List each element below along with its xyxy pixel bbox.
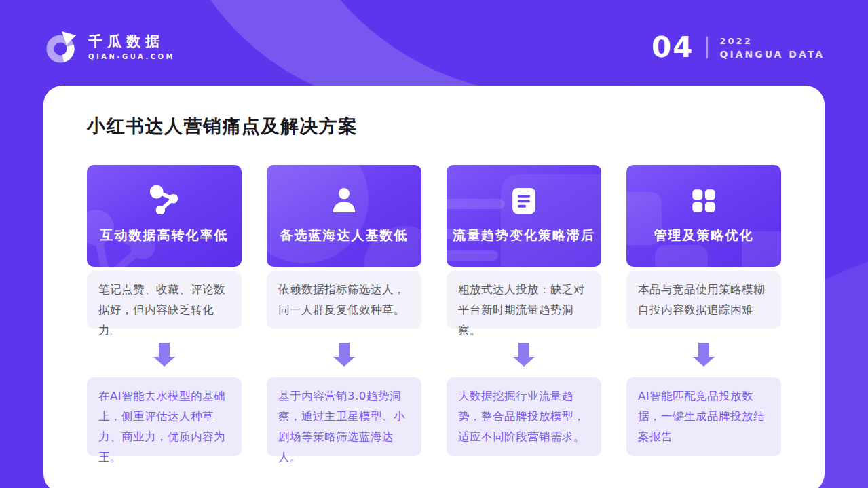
solution-text: AI智能匹配竞品投放数据，一键生成品牌投放结案报告 (638, 386, 770, 447)
column-traffic-trend: 流量趋势变化策略滞后 粗放式达人投放：缺乏对平台新时期流量趋势洞察。 大数据挖掘… (447, 165, 601, 456)
pain-card: 互动数据高转化率低 (87, 165, 242, 267)
pain-description-box: 笔记点赞、收藏、评论数据好，但内容缺乏转化力。 (87, 271, 242, 329)
share-nodes-icon (146, 182, 183, 219)
slide-header: 千瓜数据 QIAN-GUA.COM 04 2022 QIANGUA DATA (43, 26, 825, 69)
solution-box: 在AI智能去水模型的基础上，侧重评估达人种草力、商业力，优质内容为王。 (87, 377, 242, 456)
qiangua-logo-icon (43, 30, 79, 65)
solution-text: 基于内容营销3.0趋势洞察，通过主卫星模型、小剧场等策略筛选蓝海达人。 (278, 386, 410, 468)
pain-description-box: 依赖数据指标筛选达人，同一人群反复低效种草。 (267, 271, 421, 329)
pain-card-title: 管理及策略优化 (654, 227, 754, 244)
pain-description: 本品与竞品使用策略模糊自投内容数据追踪困难 (638, 280, 770, 320)
column-strategy-optimization: 管理及策略优化 本品与竞品使用策略模糊自投内容数据追踪困难 AI智能匹配竞品投放… (626, 165, 781, 456)
header-brand-label: QIANGUA DATA (720, 49, 825, 60)
pain-solution-columns: 互动数据高转化率低 笔记点赞、收藏、评论数据好，但内容缺乏转化力。 在AI智能去… (87, 165, 781, 456)
square-watermark (655, 245, 708, 267)
grid-squares-icon (685, 182, 722, 219)
down-arrow-icon (333, 343, 355, 367)
pain-description: 笔记点赞、收藏、评论数据好，但内容缺乏转化力。 (98, 280, 230, 341)
content-sheet: 小红书达人营销痛点及解决方案 互动数据高转化率低 (43, 86, 825, 488)
solution-text: 在AI智能去水模型的基础上，侧重评估达人种草力、商业力，优质内容为王。 (98, 386, 230, 468)
page-title: 小红书达人营销痛点及解决方案 (87, 114, 358, 138)
column-blue-ocean-talent: 备选蓝海达人基数低 依赖数据指标筛选达人，同一人群反复低效种草。 基于内容营销3… (267, 165, 421, 456)
bar-watermark (447, 250, 498, 261)
header-year: 2022 (720, 36, 825, 46)
brand-text-group: 千瓜数据 QIAN-GUA.COM (88, 35, 175, 60)
page-number: 04 (652, 33, 694, 62)
header-divider (706, 37, 708, 58)
bar-watermark (447, 199, 505, 209)
solution-box: 大数据挖掘行业流量趋势，整合品牌投放模型，适应不同阶段营销需求。 (447, 377, 601, 456)
down-arrow-icon (153, 343, 175, 367)
pain-card: 流量趋势变化策略滞后 (447, 165, 601, 267)
pain-card: 管理及策略优化 (626, 165, 781, 267)
pain-card-title: 互动数据高转化率低 (100, 227, 229, 244)
brand-logo-group: 千瓜数据 QIAN-GUA.COM (43, 30, 175, 65)
user-icon (326, 182, 362, 219)
document-list-icon (506, 182, 542, 219)
brand-name-cn: 千瓜数据 (88, 35, 175, 49)
header-meta: 2022 QIANGUA DATA (720, 36, 825, 60)
pain-description: 粗放式达人投放：缺乏对平台新时期流量趋势洞察。 (458, 280, 590, 341)
pain-description: 依赖数据指标筛选达人，同一人群反复低效种草。 (278, 280, 410, 320)
pain-card-title: 备选蓝海达人基数低 (280, 227, 409, 244)
solution-text: 大数据挖掘行业流量趋势，整合品牌投放模型，适应不同阶段营销需求。 (458, 386, 590, 447)
column-interaction-data: 互动数据高转化率低 笔记点赞、收藏、评论数据好，但内容缺乏转化力。 在AI智能去… (87, 165, 242, 456)
down-arrow-icon (513, 343, 535, 367)
pain-description-box: 本品与竞品使用策略模糊自投内容数据追踪困难 (626, 271, 781, 329)
pain-card-title: 流量趋势变化策略滞后 (453, 227, 595, 244)
pain-card: 备选蓝海达人基数低 (267, 165, 421, 267)
solution-box: 基于内容营销3.0趋势洞察，通过主卫星模型、小剧场等策略筛选蓝海达人。 (267, 377, 421, 456)
down-arrow-icon (693, 343, 715, 367)
page-number-group: 04 2022 QIANGUA DATA (652, 33, 825, 62)
brand-domain: QIAN-GUA.COM (88, 54, 175, 60)
pain-description-box: 粗放式达人投放：缺乏对平台新时期流量趋势洞察。 (447, 271, 601, 329)
solution-box: AI智能匹配竞品投放数据，一键生成品牌投放结案报告 (626, 377, 781, 456)
